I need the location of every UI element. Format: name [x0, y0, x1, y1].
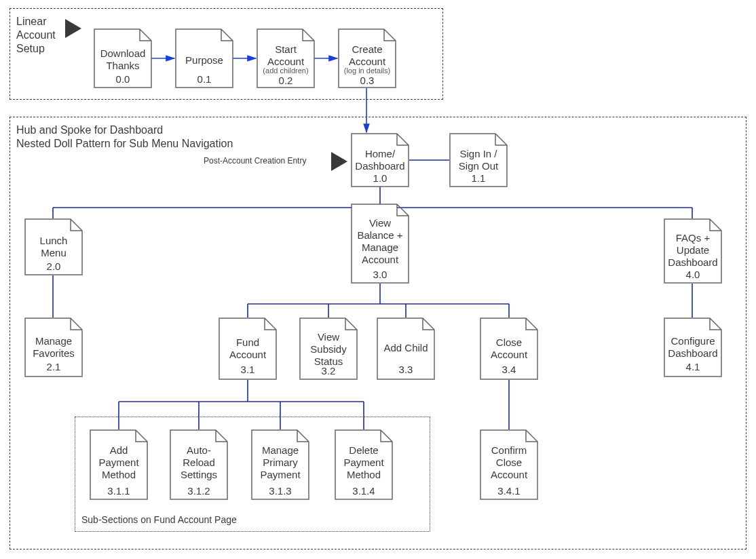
node-3-1-4: Delete Payment Method 3.1.4	[335, 429, 393, 500]
node-1-0: Home/ Dashboard 1.0	[351, 133, 409, 187]
node-3-4-1: Confirm Close Account 3.4.1	[480, 429, 538, 500]
entry-marker-top	[65, 19, 81, 38]
post-account-entry-label: Post-Account Creation Entry	[204, 156, 306, 166]
node-0-1: Purpose 0.1	[175, 28, 233, 88]
node-2-0: Lunch Menu 2.0	[24, 218, 83, 275]
node-3-4: Close Account 3.4	[480, 317, 538, 380]
node-3-2: View Subsidy Status 3.2	[299, 317, 358, 380]
node-3-3: Add Child 3.3	[377, 317, 435, 380]
node-3-1-2: Auto- Reload Settings 3.1.2	[170, 429, 228, 500]
node-4-1: Configure Dashboard 4.1	[664, 317, 722, 377]
node-2-1: Manage Favorites 2.1	[24, 317, 83, 377]
node-3-0: View Balance + Manage Account 3.0	[351, 204, 409, 284]
node-3-1-3: Manage Primary Payment 3.1.3	[251, 429, 309, 500]
diagram-canvas: Linear Account Setup Hub and Spoke for D…	[0, 0, 756, 559]
group2-title1: Hub and Spoke for Dashboard	[16, 123, 163, 137]
group2-title2: Nested Doll Pattern for Sub Menu Navigat…	[16, 137, 233, 151]
node-3-1-1: Add Payment Method 3.1.1	[90, 429, 148, 500]
node-1-1: Sign In / Sign Out 1.1	[449, 133, 508, 187]
entry-marker-dashboard	[331, 152, 347, 171]
node-0-3: Create Account (log in details) 0.3	[338, 28, 396, 88]
node-3-1: Fund Account 3.1	[219, 317, 277, 380]
node-0-2: Start Account (add children) 0.2	[257, 28, 315, 88]
node-0-0: Download Thanks 0.0	[94, 28, 152, 88]
group1-title: Linear Account Setup	[16, 15, 56, 56]
group3-title: Sub-Sections on Fund Account Page	[81, 514, 237, 526]
node-4-0: FAQs + Update Dashboard 4.0	[664, 218, 722, 284]
